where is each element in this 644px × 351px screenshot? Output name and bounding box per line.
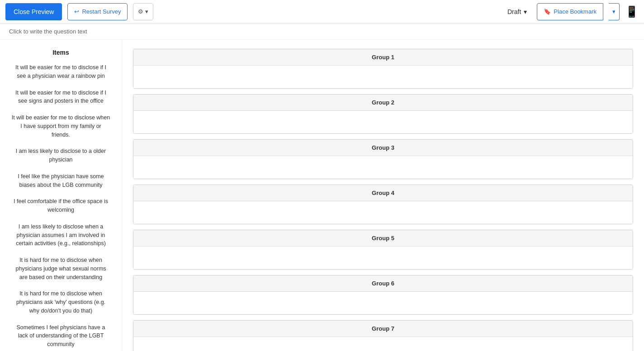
gear-icon: ⚙ bbox=[138, 8, 143, 15]
group-7-body[interactable] bbox=[133, 337, 633, 351]
header-left: Close Preview ↩ Restart Survey ⚙ ▾ bbox=[5, 3, 153, 20]
group-3-header: Group 3 bbox=[133, 140, 633, 156]
group-1-header: Group 1 bbox=[133, 49, 633, 66]
group-4-header: Group 4 bbox=[133, 185, 633, 201]
group-3-body[interactable] bbox=[133, 156, 633, 179]
items-column: Items It will be easier for me to disclo… bbox=[0, 40, 122, 351]
list-item: It will be easier for me to disclose if … bbox=[7, 63, 114, 81]
draft-dropdown-button[interactable]: Draft ▾ bbox=[503, 5, 531, 18]
header: Close Preview ↩ Restart Survey ⚙ ▾ Draft… bbox=[0, 0, 644, 24]
group-1-body[interactable] bbox=[133, 66, 633, 88]
list-item: I am less likely to disclose when a phys… bbox=[7, 223, 114, 248]
chevron-down-icon: ▾ bbox=[145, 8, 148, 15]
group-box-4[interactable]: Group 4 bbox=[133, 185, 633, 224]
list-item: It is hard for me to disclose when physi… bbox=[7, 289, 114, 315]
group-box-6[interactable]: Group 6 bbox=[133, 275, 633, 315]
group-box-1[interactable]: Group 1 bbox=[133, 49, 633, 89]
list-item: I am less likely to disclose to a older … bbox=[7, 147, 114, 164]
close-preview-button[interactable]: Close Preview bbox=[5, 3, 62, 20]
group-7-header: Group 7 bbox=[133, 321, 633, 337]
undo-icon: ↩ bbox=[74, 8, 79, 15]
draft-chevron-icon: ▾ bbox=[524, 8, 527, 15]
list-item: It will be easier for me to disclose whe… bbox=[7, 114, 114, 139]
draft-label: Draft bbox=[507, 8, 521, 15]
group-5-header: Group 5 bbox=[133, 230, 633, 247]
question-text-prompt[interactable]: Click to write the question text bbox=[9, 28, 87, 35]
group-5-body[interactable] bbox=[133, 247, 633, 269]
group-2-body[interactable] bbox=[133, 111, 633, 133]
main-content: Items It will be easier for me to disclo… bbox=[0, 40, 644, 351]
group-4-body[interactable] bbox=[133, 201, 633, 224]
list-item: It will be easier for me to disclose if … bbox=[7, 89, 114, 106]
bookmark-chevron-icon: ▾ bbox=[612, 8, 616, 15]
items-title: Items bbox=[7, 49, 114, 56]
list-item: I feel like the physician have some bias… bbox=[7, 172, 114, 190]
bookmark-dropdown-button[interactable]: ▾ bbox=[609, 3, 620, 20]
group-6-body[interactable] bbox=[133, 292, 633, 314]
groups-column: Group 1 Group 2 Group 3 Group 4 Group 5 … bbox=[122, 40, 644, 351]
group-box-3[interactable]: Group 3 bbox=[133, 139, 633, 179]
restart-survey-button[interactable]: ↩ Restart Survey bbox=[67, 3, 128, 20]
group-box-5[interactable]: Group 5 bbox=[133, 230, 633, 270]
group-6-header: Group 6 bbox=[133, 275, 633, 292]
list-item: I feel comfortable if the office space i… bbox=[7, 197, 114, 214]
group-box-7[interactable]: Group 7 bbox=[133, 320, 633, 351]
header-right: Draft ▾ 🔖 Place Bookmark ▾ 📱 bbox=[503, 3, 639, 20]
gear-settings-button[interactable]: ⚙ ▾ bbox=[133, 3, 153, 20]
list-item: Sometimes I feel physicians have a lack … bbox=[7, 323, 114, 349]
group-box-2[interactable]: Group 2 bbox=[133, 94, 633, 134]
place-bookmark-button[interactable]: 🔖 Place Bookmark bbox=[537, 3, 603, 20]
bookmark-icon: 🔖 bbox=[544, 8, 551, 15]
list-item: It is hard for me to disclose when physi… bbox=[7, 256, 114, 281]
group-2-header: Group 2 bbox=[133, 95, 633, 111]
mobile-preview-icon[interactable]: 📱 bbox=[625, 5, 639, 18]
sub-header[interactable]: Click to write the question text bbox=[0, 24, 644, 40]
